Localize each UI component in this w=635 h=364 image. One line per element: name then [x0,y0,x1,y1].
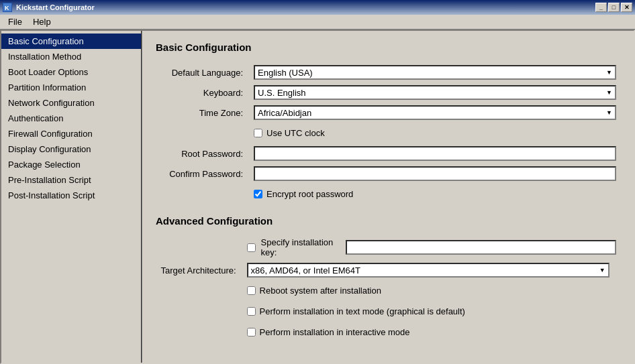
interactive-mode-row: Perform installation in interactive mode [156,322,620,343]
install-key-label: Specify installation key: [261,237,340,257]
sidebar-item-basic-configuration[interactable]: Basic Configuration [1,34,141,49]
utc-clock-label: Use UTC clock [266,128,325,138]
maximize-button[interactable]: □ [608,3,620,12]
menu-file[interactable]: File [3,15,28,28]
sidebar-item-firewall-configuration[interactable]: Firewall Configuration [1,126,141,141]
target-arch-label: Target Architecture: [156,260,243,280]
close-button[interactable]: ✕ [621,3,632,12]
keyboard-select-wrapper: U.S. English French German [254,85,616,100]
svg-text:K: K [5,5,9,11]
root-password-row: Root Password: [156,143,620,164]
encrypt-password-row: Encrypt root password [156,184,620,204]
default-language-select[interactable]: English (USA) French German Spanish [254,65,616,80]
time-zone-select[interactable]: Africa/Abidjan America/New_York Europe/L… [254,105,616,120]
install-key-checkbox[interactable] [247,243,256,252]
sidebar-item-pre-installation-script[interactable]: Pre-Installation Script [1,172,141,188]
basic-config-form: Default Language: English (USA) French G… [156,62,620,204]
utc-clock-checkbox-row: Use UTC clock [254,125,616,141]
sidebar-item-authentication[interactable]: Authentication [1,111,141,126]
sidebar-item-boot-loader-options[interactable]: Boot Loader Options [1,64,141,80]
minimize-button[interactable]: _ [595,3,607,12]
install-key-checkbox-row: Specify installation key: [247,237,616,257]
sidebar-item-network-configuration[interactable]: Network Configuration [1,95,141,111]
window-title: Kickstart Configurator [16,3,95,11]
sidebar-item-display-configuration[interactable]: Display Configuration [1,141,141,157]
target-arch-select[interactable]: x86, AMD64, or Intel EM64T x86 AMD64 Int… [247,263,609,278]
reboot-row: Reboot system after installation [156,280,620,301]
default-language-row: Default Language: English (USA) French G… [156,62,620,82]
interactive-mode-label: Perform installation in interactive mode [260,327,410,337]
sidebar-item-installation-method[interactable]: Installation Method [1,49,141,64]
root-password-input[interactable] [254,146,616,161]
confirm-password-label: Confirm Password: [156,164,250,184]
utc-clock-checkbox[interactable] [254,129,262,137]
basic-config-title: Basic Configuration [156,42,620,53]
install-key-input[interactable] [346,240,616,255]
interactive-mode-checkbox-row: Perform installation in interactive mode [247,324,616,340]
text-mode-checkbox-row: Perform installation in text mode (graph… [247,304,616,319]
main-container: Basic Configuration Installation Method … [0,29,635,364]
confirm-password-input[interactable] [254,166,616,181]
content-area: Basic Configuration Default Language: En… [142,31,634,363]
time-zone-label: Time Zone: [156,103,250,123]
keyboard-select[interactable]: U.S. English French German [254,85,616,100]
interactive-mode-checkbox[interactable] [247,328,256,337]
encrypt-password-label: Encrypt root password [266,189,353,199]
sidebar-item-package-selection[interactable]: Package Selection [1,157,141,172]
text-mode-label: Perform installation in text mode (graph… [260,306,465,316]
default-language-select-wrapper: English (USA) French German Spanish [254,65,616,80]
target-arch-select-wrapper: x86, AMD64, or Intel EM64T x86 AMD64 Int… [247,263,609,278]
app-icon: K [3,3,12,12]
sidebar-item-post-installation-script[interactable]: Post-Installation Script [1,188,141,203]
keyboard-row: Keyboard: U.S. English French German [156,82,620,103]
encrypt-password-checkbox[interactable] [254,190,262,198]
time-zone-row: Time Zone: Africa/Abidjan America/New_Yo… [156,103,620,123]
confirm-password-row: Confirm Password: [156,164,620,184]
reboot-checkbox-row: Reboot system after installation [247,283,616,298]
utc-clock-row: Use UTC clock [156,123,620,143]
install-key-row: Specify installation key: [156,235,620,260]
advanced-config-form: Specify installation key: Target Archite… [156,235,620,343]
keyboard-label: Keyboard: [156,82,250,103]
text-mode-row: Perform installation in text mode (graph… [156,301,620,322]
text-mode-checkbox[interactable] [247,307,256,316]
menu-help[interactable]: Help [28,15,56,28]
target-arch-row: Target Architecture: x86, AMD64, or Inte… [156,260,620,280]
root-password-label: Root Password: [156,143,250,164]
advanced-config-title: Advanced Configuration [156,215,620,227]
menu-bar: File Help [0,15,635,29]
sidebar: Basic Configuration Installation Method … [1,31,142,363]
reboot-label: Reboot system after installation [260,286,381,296]
reboot-checkbox[interactable] [247,286,256,295]
default-language-label: Default Language: [156,62,250,82]
sidebar-item-partition-information[interactable]: Partition Information [1,80,141,95]
title-bar: K Kickstart Configurator _ □ ✕ [0,0,635,15]
window-controls: _ □ ✕ [595,3,632,12]
encrypt-password-checkbox-row: Encrypt root password [254,186,616,202]
time-zone-select-wrapper: Africa/Abidjan America/New_York Europe/L… [254,105,616,120]
